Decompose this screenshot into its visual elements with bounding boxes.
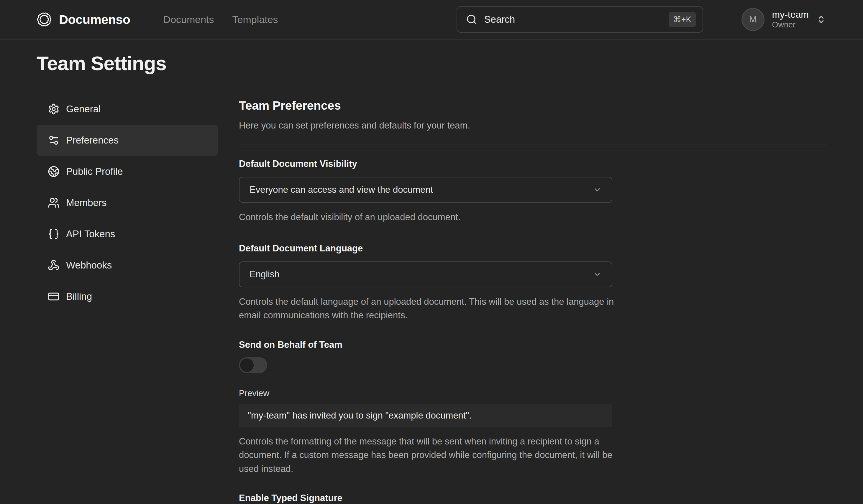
visibility-help: Controls the default visibility of an up… (239, 210, 616, 224)
sidebar-item-public-profile[interactable]: Public Profile (37, 156, 218, 187)
topbar: Documenso Documents Templates Search ⌘+K… (0, 0, 863, 39)
credit-card-icon (48, 290, 60, 302)
documenso-logo-icon (37, 12, 52, 27)
sidebar-item-general[interactable]: General (37, 93, 218, 125)
globe-icon (48, 166, 60, 178)
search-shortcut-badge: ⌘+K (668, 12, 696, 27)
team-menu-button[interactable]: M my-team Owner (741, 8, 826, 31)
sidebar-item-preferences[interactable]: Preferences (37, 125, 218, 156)
page-title: Team Settings (37, 52, 863, 75)
settings-sidebar: General Preferences Public Profile Membe… (37, 93, 218, 504)
toggle-thumb (240, 358, 254, 372)
account-role: Owner (772, 20, 809, 30)
sidebar-item-label: Public Profile (66, 166, 123, 177)
divider (239, 144, 826, 144)
search-button[interactable]: Search ⌘+K (456, 6, 703, 33)
language-select[interactable]: English (239, 261, 612, 287)
account-team-name: my-team (772, 9, 809, 20)
sidebar-item-billing[interactable]: Billing (37, 281, 218, 312)
sidebar-item-label: General (66, 103, 101, 115)
preferences-panel: Team Preferences Here you can set prefer… (239, 93, 826, 504)
send-on-behalf-label: Send on Behalf of Team (239, 339, 826, 350)
nav-documents[interactable]: Documents (163, 14, 214, 25)
webhook-icon (48, 259, 60, 271)
language-help: Controls the default language of an uplo… (239, 295, 616, 322)
top-navigation: Documents Templates (163, 14, 278, 25)
chevron-down-icon (593, 185, 602, 194)
settings-layout: General Preferences Public Profile Membe… (37, 93, 863, 504)
language-select-value: English (250, 269, 279, 280)
sidebar-item-webhooks[interactable]: Webhooks (37, 250, 218, 281)
braces-icon (48, 228, 60, 240)
nav-templates[interactable]: Templates (233, 14, 278, 25)
chevron-down-icon (593, 270, 602, 279)
language-label: Default Document Language (239, 243, 826, 254)
sidebar-item-label: API Tokens (66, 229, 115, 240)
panel-subheading: Here you can set preferences and default… (239, 120, 826, 131)
chevrons-up-down-icon (816, 15, 826, 24)
search-icon (466, 14, 477, 25)
brand-label: Documenso (59, 12, 130, 27)
sidebar-item-label: Webhooks (66, 260, 112, 271)
gear-icon (48, 103, 60, 115)
panel-heading: Team Preferences (239, 99, 826, 113)
avatar: M (741, 8, 764, 31)
brand[interactable]: Documenso (37, 12, 130, 27)
typed-signature-label: Enable Typed Signature (239, 493, 826, 503)
sidebar-item-label: Billing (66, 291, 92, 302)
visibility-label: Default Document Visibility (239, 158, 826, 169)
sidebar-item-members[interactable]: Members (37, 187, 218, 218)
preview-box: "my-team" has invited you to sign "examp… (239, 404, 612, 427)
sidebar-item-api-tokens[interactable]: API Tokens (37, 218, 218, 250)
preview-label: Preview (239, 388, 826, 398)
sliders-icon (48, 134, 60, 146)
sidebar-item-label: Members (66, 197, 107, 208)
sidebar-item-label: Preferences (66, 135, 118, 146)
visibility-select[interactable]: Everyone can access and view the documen… (239, 177, 612, 203)
account-text: my-team Owner (772, 9, 809, 30)
send-on-behalf-toggle[interactable] (239, 357, 267, 373)
send-on-behalf-help: Controls the formatting of the message t… (239, 435, 616, 476)
search-placeholder: Search (484, 14, 515, 25)
visibility-select-value: Everyone can access and view the documen… (250, 184, 433, 195)
users-icon (48, 197, 60, 209)
